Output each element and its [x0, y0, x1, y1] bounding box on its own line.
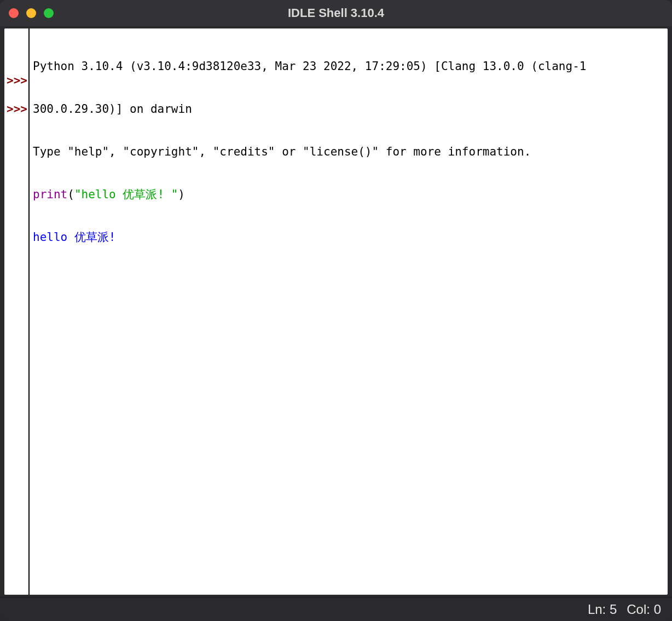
output-line: hello 优草派! [33, 230, 663, 244]
idle-shell-window: IDLE Shell 3.10.4 >>> >>> Python 3.10.4 … [0, 0, 672, 621]
col-label: Col: [627, 602, 650, 617]
prompt-gutter: >>> >>> [4, 28, 30, 595]
maximize-icon[interactable] [44, 8, 54, 18]
output-text: hello 优草派! [33, 231, 116, 244]
banner-line: 300.0.29.30)] on darwin [33, 102, 663, 116]
line-label: Ln: [588, 602, 606, 617]
statusbar: Ln: 5 Col: 0 [0, 597, 672, 621]
window-title: IDLE Shell 3.10.4 [0, 6, 672, 20]
minimize-icon[interactable] [26, 8, 36, 18]
banner-line: Python 3.10.4 (v3.10.4:9d38120e33, Mar 2… [33, 59, 663, 73]
close-icon[interactable] [9, 8, 19, 18]
shell-content[interactable]: >>> >>> Python 3.10.4 (v3.10.4:9d38120e3… [4, 28, 668, 595]
paren-token: ( [67, 188, 74, 201]
titlebar[interactable]: IDLE Shell 3.10.4 [0, 0, 672, 26]
input-line[interactable]: print("hello 优草派! ") [33, 187, 663, 202]
traffic-lights [9, 8, 54, 18]
builtin-token: print [33, 188, 67, 201]
paren-token: ) [178, 188, 185, 201]
col-value: 0 [654, 602, 661, 617]
shell-editor[interactable]: Python 3.10.4 (v3.10.4:9d38120e33, Mar 2… [30, 28, 668, 595]
line-value: 5 [610, 602, 617, 617]
banner-line: Type "help", "copyright", "credits" or "… [33, 145, 663, 159]
prompt-marker: >>> [4, 102, 27, 116]
prompt-marker: >>> [4, 73, 27, 88]
string-token: "hello 优草派! " [74, 188, 178, 201]
